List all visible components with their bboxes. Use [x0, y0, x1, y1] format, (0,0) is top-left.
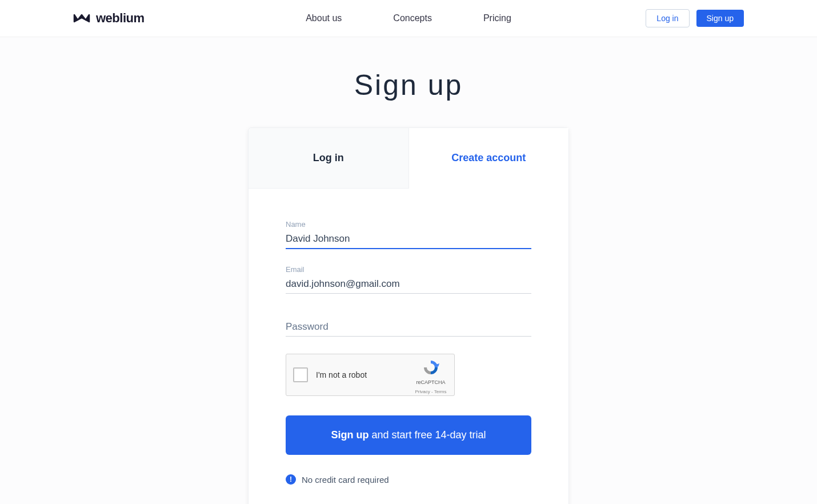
- recaptcha-brand-text: reCAPTCHA: [413, 379, 448, 385]
- submit-signup-button[interactable]: Sign up and start free 14-day trial: [286, 415, 531, 455]
- info-icon: !: [286, 474, 296, 485]
- recaptcha-label: I'm not a robot: [316, 370, 367, 379]
- tab-create-account[interactable]: Create account: [409, 128, 569, 189]
- tab-login[interactable]: Log in: [249, 128, 409, 189]
- recaptcha-icon: [422, 359, 439, 376]
- password-input[interactable]: [286, 318, 531, 337]
- name-field-group: Name: [286, 220, 531, 249]
- password-field-group: [286, 318, 531, 337]
- submit-bold-text: Sign up: [331, 429, 369, 441]
- email-input[interactable]: [286, 275, 531, 294]
- logo[interactable]: weblium: [73, 11, 145, 26]
- auth-card: Log in Create account Name Email I'm not…: [248, 127, 569, 504]
- nav-about-us[interactable]: About us: [306, 13, 342, 23]
- email-field-group: Email: [286, 265, 531, 294]
- name-label: Name: [286, 220, 531, 229]
- recaptcha-branding: reCAPTCHA Privacy - Terms: [413, 359, 448, 395]
- note-row: ! No credit card required: [286, 474, 531, 485]
- page-title: Sign up: [354, 69, 463, 102]
- email-label: Email: [286, 265, 531, 274]
- recaptcha-privacy-links[interactable]: Privacy - Terms: [415, 389, 447, 394]
- nav-pricing[interactable]: Pricing: [483, 13, 511, 23]
- main-nav: About us Concepts Pricing: [306, 13, 511, 23]
- login-button[interactable]: Log in: [646, 9, 689, 27]
- logo-text: weblium: [96, 11, 145, 26]
- name-input[interactable]: [286, 230, 531, 249]
- main-content: Sign up Log in Create account Name Email…: [0, 37, 817, 504]
- form-body: Name Email I'm not a robot: [249, 189, 568, 504]
- signup-button[interactable]: Sign up: [696, 10, 744, 27]
- nav-concepts[interactable]: Concepts: [393, 13, 432, 23]
- logo-icon: [73, 12, 90, 25]
- recaptcha-checkbox[interactable]: [293, 367, 308, 382]
- header-actions: Log in Sign up: [646, 9, 744, 27]
- site-header: weblium About us Concepts Pricing Log in…: [0, 0, 817, 37]
- recaptcha-widget: I'm not a robot reCAPTCHA Privacy - Term…: [286, 354, 455, 396]
- note-text: No credit card required: [302, 475, 389, 485]
- auth-tabs: Log in Create account: [249, 128, 568, 189]
- submit-rest-text: and start free 14-day trial: [369, 429, 486, 441]
